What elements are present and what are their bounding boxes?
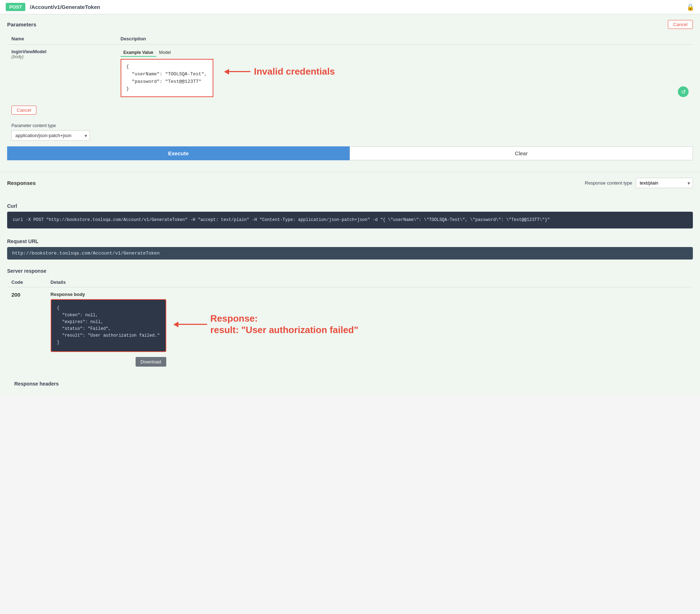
col-name-header: Name	[7, 33, 116, 45]
server-response-title: Server response	[7, 265, 693, 274]
refresh-icon-button[interactable]: ↺	[678, 86, 689, 97]
parameters-header: Parameters Cancel	[7, 20, 693, 29]
method-badge: POST	[6, 3, 25, 11]
response-content-type-select-wrapper: text/plain application/json	[636, 178, 693, 188]
col-description-header: Description	[116, 33, 693, 45]
response-content-type-label: Response content type	[585, 180, 632, 186]
response-body-value: { "token": null, "expires": null, "statu…	[51, 299, 166, 352]
response-headers-section: Response headers	[0, 377, 700, 395]
response-annotation-line2: result: "User authorization failed"	[210, 324, 359, 336]
execute-clear-row: Execute Clear	[7, 146, 693, 160]
param-in: (body)	[11, 54, 112, 59]
content-type-label: Parameter content type	[11, 123, 693, 128]
response-col-details: Details	[47, 277, 692, 287]
parameters-cancel-button[interactable]: Cancel	[668, 20, 693, 29]
response-body-title: Response body	[51, 292, 166, 297]
top-bar: POST /Account/v1/GenerateToken 🔒	[0, 0, 700, 14]
description-area: Example Value Model { "userName": "TOOLS…	[121, 49, 689, 97]
table-row: loginViewModel (body) Example Value Mode…	[7, 45, 693, 102]
content-type-select[interactable]: application/json-patch+json application/…	[11, 130, 90, 141]
response-headers-title: Response headers	[7, 377, 693, 388]
arrow-body	[229, 71, 250, 72]
response-content-type-select[interactable]: text/plain application/json	[636, 178, 693, 188]
request-url-value: http://bookstore.toolsqa.com/Account/v1/…	[7, 247, 693, 260]
curl-value: curl -X POST "http://bookstore.toolsqa.c…	[7, 212, 693, 228]
invalid-credentials-annotation: Invalid credentials	[254, 66, 335, 77]
curl-title: Curl	[7, 199, 693, 209]
curl-section: Curl curl -X POST "http://bookstore.tool…	[0, 199, 700, 234]
response-annotation: Response: result: "User authorization fa…	[210, 313, 359, 335]
responses-section: Responses Response content type text/pla…	[0, 172, 700, 199]
response-arrow-head-icon	[173, 322, 178, 327]
cancel-small-button[interactable]: Cancel	[11, 106, 36, 115]
responses-title: Responses	[7, 180, 36, 186]
lock-icon: 🔒	[686, 3, 694, 11]
parameters-table: Name Description loginViewModel (body) E…	[7, 33, 693, 101]
endpoint-path: /Account/v1/GenerateToken	[30, 4, 682, 10]
response-code: 200	[11, 292, 43, 298]
response-row: 200 Response body { "token": null, "expi…	[8, 288, 692, 370]
request-url-section: Request URL http://bookstore.toolsqa.com…	[0, 234, 700, 265]
example-tabs: Example Value Model	[121, 49, 681, 57]
arrow-head-icon	[224, 69, 229, 75]
tab-example-value[interactable]: Example Value	[121, 49, 156, 57]
tab-model[interactable]: Model	[156, 49, 174, 57]
parameters-title: Parameters	[7, 21, 36, 27]
response-col-code: Code	[8, 277, 46, 287]
clear-button[interactable]: Clear	[350, 146, 693, 160]
execute-button[interactable]: Execute	[7, 146, 350, 160]
json-editor[interactable]: { "userName": "TOOLSQA-Test", "password"…	[121, 59, 213, 97]
server-response-section: Server response Code Details 200	[0, 265, 700, 376]
param-name: loginViewModel	[11, 49, 112, 54]
response-body-section: Response body { "token": null, "expires"…	[51, 292, 689, 366]
responses-header: Responses Response content type text/pla…	[7, 178, 693, 188]
response-table: Code Details 200 Response body {	[7, 277, 693, 371]
content-type-select-wrapper: application/json-patch+json application/…	[11, 130, 90, 141]
download-button[interactable]: Download	[136, 357, 166, 367]
response-arrow-body	[178, 324, 207, 325]
response-annotation-line1: Response:	[210, 313, 359, 324]
request-url-title: Request URL	[7, 234, 693, 244]
